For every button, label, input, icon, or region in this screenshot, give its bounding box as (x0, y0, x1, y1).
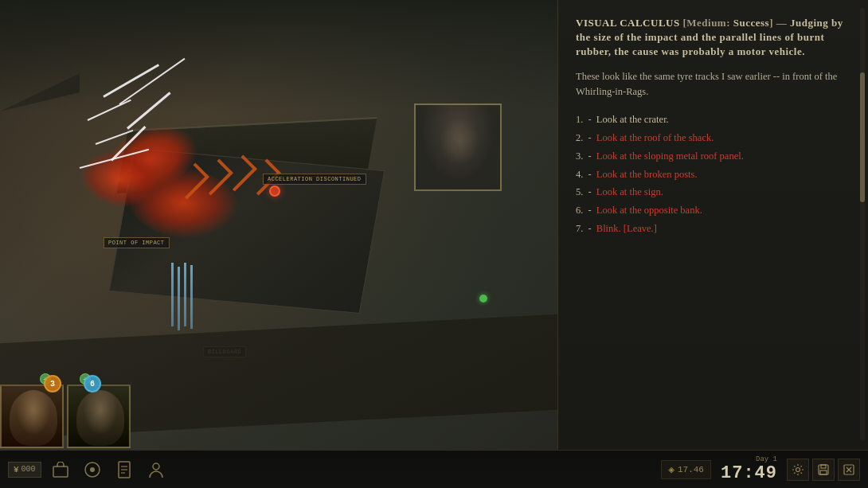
option-1[interactable]: 1. - Look at the crater. (576, 112, 846, 127)
option-2-number: 2. (576, 132, 583, 143)
game-world: ACCELERATION DISCONTINUED POINT OF IMPAC… (0, 0, 557, 488)
option-6-dash: - (588, 205, 594, 216)
skill-em-dash: — (776, 17, 790, 29)
portrait-figure (416, 105, 500, 189)
option-4-dash: - (588, 169, 594, 180)
svg-rect-11 (820, 470, 827, 474)
panel-secondary-text: These look like the same tyre tracks I s… (576, 69, 846, 100)
option-1-number: 1. (576, 114, 583, 125)
option-2-text[interactable]: Look at the roof of the shack. (596, 132, 714, 143)
acceleration-label: ACCELERATION DISCONTINUED (263, 174, 366, 185)
impact-label: POINT OF IMPACT (104, 237, 170, 248)
option-7-dash: - (588, 223, 594, 234)
option-4[interactable]: 4. - Look at the broken posts. (576, 167, 846, 182)
option-3-text[interactable]: Look at the sloping metal roof panel. (596, 150, 744, 162)
quit-icon (843, 463, 855, 476)
level-badge-6: 6 (84, 375, 101, 392)
option-5-number: 5. (576, 186, 583, 197)
option-4-text[interactable]: Look at the broken posts. (596, 169, 698, 180)
svg-rect-10 (821, 465, 826, 468)
svg-point-2 (90, 467, 95, 472)
day-label: Day 1 (756, 455, 777, 463)
svg-rect-0 (53, 467, 68, 477)
money-icon: ◈ (668, 463, 674, 476)
option-3[interactable]: 3. - Look at the sloping metal roof pane… (576, 149, 846, 164)
inventory-icon (52, 462, 69, 478)
money-amount: 17.46 (678, 465, 704, 474)
save-button[interactable] (812, 459, 835, 481)
bottom-action-buttons (787, 459, 860, 481)
skill-result: Success (733, 17, 769, 29)
character-button[interactable] (143, 457, 169, 482)
option-5[interactable]: 5. - Look at the sign. (576, 185, 846, 200)
skill-name: VISUAL CALCULUS (576, 17, 680, 29)
option-4-number: 4. (576, 169, 583, 180)
character-icon (149, 461, 163, 478)
impact-point-marker (269, 185, 280, 197)
option-1-text[interactable]: Look at the crater. (596, 114, 669, 125)
option-7[interactable]: 7. - Blink. [Leave.] (576, 221, 846, 236)
journal-button[interactable] (111, 457, 137, 482)
bottom-left-actions: ¥ 000 (8, 457, 169, 482)
bottom-bar: ¥ 000 (0, 450, 868, 488)
panel-scrollbar[interactable] (860, 8, 865, 440)
slash-line (127, 92, 171, 129)
svg-point-7 (153, 463, 159, 470)
currency-display: ¥ 000 (8, 462, 41, 478)
settings-icon (792, 463, 804, 476)
quit-button[interactable] (838, 459, 860, 481)
save-icon (817, 463, 830, 476)
panel-content: VISUAL CALCULUS [Medium: Success] — Judg… (558, 0, 868, 488)
option-7-text[interactable]: Blink. [Leave.] (596, 223, 657, 234)
option-6[interactable]: 6. - Look at the opposite bank. (576, 203, 846, 218)
skill-difficulty: [Medium: (682, 17, 733, 29)
time-display: 17:49 (721, 463, 777, 483)
waypoint-marker (479, 295, 487, 303)
character-portraits-bar (0, 385, 131, 448)
slash-line (88, 100, 131, 121)
character-portrait-inset (414, 103, 502, 191)
option-5-text[interactable]: Look at the sign. (596, 186, 663, 197)
skill-bracket-close: ] (769, 17, 773, 29)
scrollbar-thumb[interactable] (860, 72, 865, 202)
inventory-button[interactable] (48, 457, 73, 482)
settings-button[interactable] (787, 459, 809, 481)
option-3-number: 3. (576, 150, 583, 162)
yen-symbol: ¥ (14, 465, 19, 474)
money-display: ◈ 17.46 (661, 460, 711, 479)
character-portrait-kim[interactable] (67, 385, 131, 448)
dialogue-panel: VISUAL CALCULUS [Medium: Success] — Judg… (557, 0, 868, 488)
option-2-dash: - (588, 132, 594, 143)
option-2[interactable]: 2. - Look at the roof of the shack. (576, 131, 846, 146)
track-line (184, 263, 186, 326)
option-7-number: 7. (576, 223, 583, 234)
character-portrait-harry[interactable] (0, 385, 64, 448)
option-6-number: 6. (576, 205, 583, 216)
journal-icon (117, 461, 131, 478)
track-line (171, 263, 174, 326)
option-6-text[interactable]: Look at the opposite bank. (596, 205, 702, 216)
yen-amount: 000 (22, 465, 36, 474)
track-line (178, 267, 180, 330)
track-line (190, 265, 193, 329)
svg-point-8 (796, 467, 800, 471)
map-icon (84, 461, 101, 478)
map-button[interactable] (80, 457, 105, 482)
skill-check-header: VISUAL CALCULUS [Medium: Success] — Judg… (576, 16, 846, 60)
bottom-right-info: ◈ 17.46 Day 1 17:49 (661, 455, 860, 483)
time-wrapper: Day 1 17:49 (721, 455, 777, 483)
option-3-dash: - (588, 150, 594, 162)
option-5-dash: - (588, 186, 594, 197)
level-badge-3: 3 (44, 375, 61, 392)
option-1-dash: - (588, 114, 594, 125)
dialogue-options-list: 1. - Look at the crater. 2. - Look at th… (576, 112, 846, 236)
